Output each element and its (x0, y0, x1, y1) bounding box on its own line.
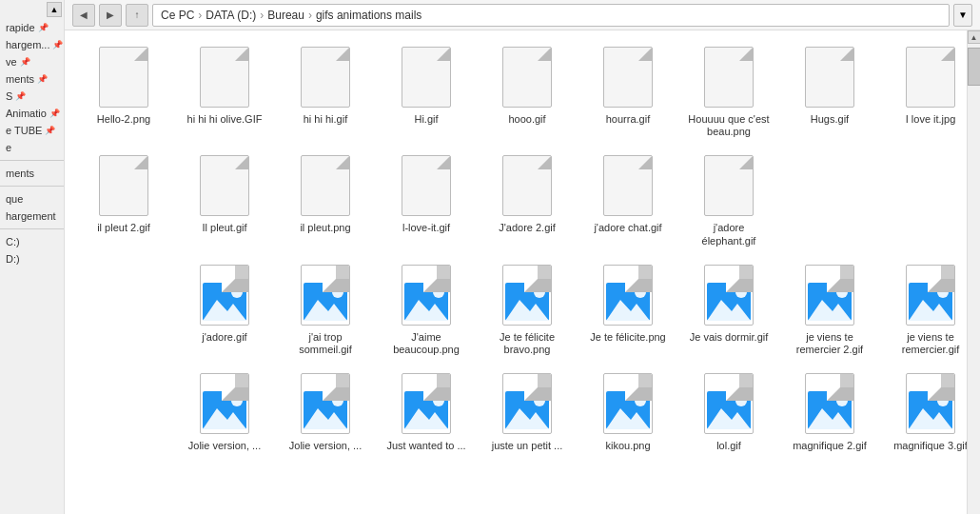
nav-back-button[interactable]: ◀ (72, 4, 95, 27)
sidebar-item-tube[interactable]: e TUBE 📌 (0, 122, 64, 139)
pin-icon: 📌 (45, 126, 55, 135)
list-item[interactable]: l-love-it.gif (379, 147, 474, 251)
file-corner (538, 374, 551, 387)
file-name: hourra.gif (606, 113, 650, 126)
image-file-icon (301, 265, 350, 326)
file-name: je viens te remercier.gif (888, 331, 967, 356)
file-name: j'ai trop sommeil.gif (283, 331, 368, 356)
list-item[interactable]: Jolie version, ... (278, 365, 373, 457)
image-file-icon (704, 373, 754, 434)
sidebar-label: C:) (6, 236, 20, 247)
sidebar-item-hargem[interactable]: hargem... 📌 (0, 36, 64, 53)
nav-up-button[interactable]: ↑ (126, 4, 148, 27)
generic-file-icon (99, 47, 148, 108)
list-item[interactable]: Je vais dormir.gif (681, 256, 776, 361)
list-item[interactable]: j'adore.gif (177, 256, 272, 361)
list-item[interactable]: hi hi hi.gif (278, 38, 373, 143)
list-item[interactable]: Hi.gif (379, 38, 474, 143)
sidebar-item-rapide[interactable]: rapide 📌 (0, 19, 64, 36)
list-item[interactable]: J'adore 2.gif (480, 147, 575, 251)
sidebar-item-que[interactable]: que (0, 190, 64, 208)
file-icon-wrap (291, 43, 360, 111)
file-content (604, 387, 652, 433)
list-item[interactable]: Jolie version, ... (177, 365, 272, 457)
generic-file-icon (402, 47, 451, 108)
list-item[interactable]: Just wanted to ... (379, 365, 474, 457)
file-name: Hugs.gif (811, 113, 849, 126)
pin-icon: 📌 (49, 109, 60, 118)
file-content (604, 279, 652, 325)
list-item[interactable]: il pleut 2.gif (76, 147, 171, 251)
list-item[interactable]: hooo.gif (480, 38, 575, 143)
landscape-svg (707, 388, 751, 432)
list-item[interactable]: kikou.png (580, 365, 676, 457)
list-item[interactable]: magnifique 3.gif (883, 365, 967, 457)
file-corner (638, 266, 652, 279)
file-grid: Hello-2.png hi hi hi olive.GIF hi hi hi.… (76, 38, 955, 457)
list-item[interactable]: lol.gif (681, 365, 776, 457)
file-corner (638, 374, 652, 387)
list-item[interactable]: Houuuu que c'est beau.png (681, 38, 776, 143)
sidebar-label: e (6, 142, 11, 153)
scroll-thumb[interactable] (968, 48, 981, 86)
list-item[interactable]: magnifique 2.gif (782, 365, 877, 457)
list-item[interactable]: Il pleut.gif (177, 147, 272, 251)
list-item[interactable]: Je te félicite.png (580, 256, 676, 361)
scroll-up-button[interactable]: ▲ (968, 30, 981, 44)
sidebar-scroll-up[interactable]: ▲ (47, 2, 62, 17)
file-content (302, 387, 349, 433)
sidebar-item-animatio[interactable]: Animatio 📌 (0, 105, 64, 122)
list-item[interactable]: J'aime beaucoup.png (379, 256, 474, 361)
svg-point-44 (836, 395, 848, 406)
list-item[interactable]: Je te félicite bravo.png (480, 256, 575, 361)
file-icon-wrap (392, 261, 461, 329)
sidebar-item-ments[interactable]: ments 📌 (0, 70, 64, 88)
list-item[interactable]: juste un petit ... (480, 365, 575, 457)
list-item[interactable]: Hugs.gif (782, 38, 877, 143)
sidebar-label: ments (6, 73, 34, 85)
file-icon-wrap (89, 151, 158, 220)
sidebar-item-s[interactable]: S 📌 (0, 88, 64, 105)
sidebar-label: ments (6, 168, 34, 179)
list-item[interactable]: je viens te remercier.gif (883, 256, 967, 361)
svg-point-29 (332, 395, 343, 406)
list-item[interactable]: Hello-2.png (76, 38, 171, 143)
file-corner (437, 374, 450, 387)
image-file-icon (200, 265, 249, 326)
nav-forward-button[interactable]: ▶ (99, 4, 122, 27)
sidebar-label: D:) (6, 253, 20, 265)
list-item[interactable]: j'ai trop sommeil.gif (278, 256, 373, 361)
list-item[interactable]: hourra.gif (580, 38, 676, 143)
breadcrumb[interactable]: Ce PC › DATA (D:) › Bureau › gifs animat… (152, 4, 950, 27)
sidebar-item-hargement[interactable]: hargement (0, 208, 64, 225)
generic-file-icon (402, 155, 451, 216)
generic-file-icon (301, 155, 350, 216)
breadcrumb-dropdown[interactable]: ▼ (953, 4, 972, 27)
sidebar-item-d[interactable]: D:) (0, 250, 64, 267)
list-item[interactable]: il pleut.png (278, 147, 373, 251)
file-area: Hello-2.png hi hi hi olive.GIF hi hi hi.… (65, 30, 967, 514)
file-content (907, 387, 954, 433)
sidebar-item-ve[interactable]: ve 📌 (0, 53, 64, 70)
file-icon-wrap (695, 43, 763, 111)
file-corner (336, 266, 349, 279)
landscape-svg (203, 388, 246, 432)
file-icon-wrap (190, 43, 259, 111)
landscape-svg (304, 280, 347, 324)
file-icon-wrap (896, 43, 965, 111)
file-icon-wrap (695, 151, 763, 220)
svg-point-32 (433, 395, 444, 406)
pin-icon: 📌 (37, 74, 48, 84)
sidebar-item-e[interactable]: e (0, 139, 64, 156)
svg-point-17 (735, 287, 747, 298)
sidebar-item-c[interactable]: C:) (0, 233, 64, 250)
list-item[interactable]: je viens te remercier 2.gif (782, 256, 877, 361)
list-item[interactable]: I love it.jpg (883, 38, 967, 143)
list-item[interactable]: j'adore chat.gif (580, 147, 676, 251)
sidebar-item-ments2[interactable]: ments (0, 165, 64, 182)
file-icon-wrap (493, 43, 561, 111)
file-icon-wrap (594, 369, 662, 438)
list-item[interactable]: j'adore élephant.gif (681, 147, 776, 251)
image-file-icon (704, 265, 754, 326)
list-item[interactable]: hi hi hi olive.GIF (177, 38, 272, 143)
